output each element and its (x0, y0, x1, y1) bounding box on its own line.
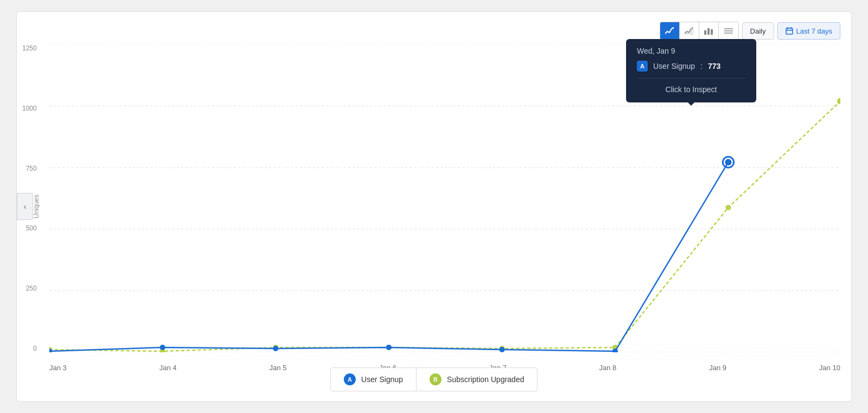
svg-rect-8 (786, 28, 793, 34)
chart-type-bar[interactable] (699, 22, 719, 40)
y-tick: 1000 (22, 105, 37, 112)
toolbar: Daily Last 7 days (660, 22, 840, 40)
chart-container: Daily Last 7 days Uniques ‹ (16, 11, 852, 402)
legend-label-a: User Signup (361, 375, 403, 384)
legend-badge-b: B (430, 373, 442, 385)
series-a-dot (499, 347, 505, 352)
chart-type-line[interactable] (660, 22, 680, 40)
series-b-line (49, 101, 840, 351)
x-label-jan9: Jan 9 (709, 364, 726, 372)
legend-label-b: Subscription Upgraded (447, 375, 524, 384)
chart-svg (49, 44, 840, 352)
y-axis-ticks: 1250 1000 750 500 250 0 (22, 44, 37, 352)
date-range-button[interactable]: Last 7 days (777, 22, 841, 40)
legend-item-b[interactable]: B Subscription Upgraded (416, 368, 537, 391)
y-tick: 500 (22, 224, 37, 232)
x-label-jan3: Jan 3 (49, 364, 67, 372)
svg-rect-4 (711, 29, 713, 35)
series-a-dot (160, 345, 165, 350)
y-tick: 750 (22, 165, 37, 172)
chart-type-area[interactable] (680, 22, 699, 40)
series-a-active-dot (725, 159, 731, 165)
y-tick: 0 (22, 345, 37, 352)
series-a-dot (386, 345, 392, 350)
chart-type-table[interactable] (719, 22, 738, 40)
svg-rect-2 (704, 30, 706, 35)
series-a-line (49, 162, 728, 351)
series-b-dot-last (837, 98, 840, 105)
chart-area: 1250 1000 750 500 250 0 Jan 3 Jan 4 Jan … (49, 44, 840, 352)
x-label-jan10: Jan 10 (819, 364, 840, 372)
date-range-label: Last 7 days (796, 27, 833, 35)
series-a-dot (273, 346, 278, 351)
chart-type-group (660, 22, 739, 40)
legend-item-a[interactable]: A User Signup (331, 368, 416, 391)
calendar-icon (786, 27, 793, 35)
y-tick: 1250 (22, 44, 37, 52)
x-label-jan4: Jan 4 (159, 364, 177, 372)
series-b-dot (725, 205, 731, 210)
svg-rect-3 (707, 28, 710, 35)
legend: A User Signup B Subscription Upgraded (330, 367, 538, 391)
svg-marker-1 (685, 28, 693, 35)
legend-badge-a: A (344, 373, 356, 385)
y-tick: 250 (22, 285, 37, 292)
x-label-jan8: Jan 8 (599, 364, 617, 372)
period-button[interactable]: Daily (742, 22, 774, 40)
x-label-jan5: Jan 5 (269, 364, 286, 372)
